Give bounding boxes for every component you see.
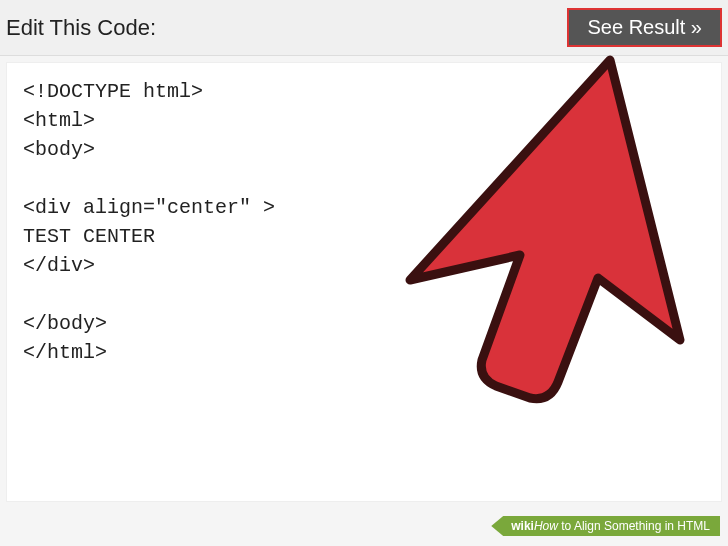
see-result-button[interactable]: See Result » <box>567 8 722 47</box>
how-text: How <box>534 519 558 533</box>
header-bar: Edit This Code: See Result » <box>0 0 728 56</box>
footer-attribution: wikiHow to Align Something in HTML <box>491 516 720 536</box>
code-editor[interactable]: <!DOCTYPE html> <html> <body> <div align… <box>6 62 722 502</box>
wiki-text: wiki <box>511 519 534 533</box>
header-title: Edit This Code: <box>6 15 156 41</box>
wikihow-ribbon: wikiHow to Align Something in HTML <box>491 516 720 536</box>
article-title: to Align Something in HTML <box>558 519 710 533</box>
